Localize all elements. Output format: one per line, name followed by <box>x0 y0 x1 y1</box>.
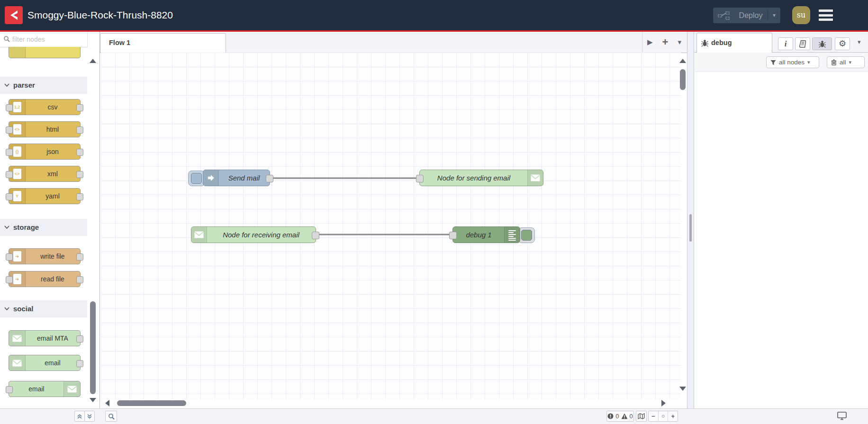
palette-category-parser[interactable]: parser <box>0 77 87 94</box>
debug-clear-button[interactable]: all ▾ <box>827 56 865 68</box>
zoom-out-button[interactable]: − <box>649 411 658 421</box>
flow-node-label: Node for receiving email <box>207 227 316 243</box>
palette-node-email[interactable]: email <box>9 381 81 397</box>
palette-filter-input[interactable] <box>11 33 85 45</box>
tab-flow-1[interactable]: Flow 1 <box>100 33 226 53</box>
palette-node-read-file[interactable]: ➔read file <box>9 271 81 287</box>
flow-status-indicator[interactable]: 0 0 <box>606 411 634 422</box>
palette-node-label: read file <box>25 271 80 287</box>
category-label: storage <box>13 219 39 236</box>
palette-category-social[interactable]: social <box>0 300 87 317</box>
main-menu-icon[interactable] <box>819 9 833 21</box>
palette-node-json[interactable]: {}json <box>9 144 81 160</box>
port-output[interactable] <box>76 104 83 111</box>
deploy-options-chevron-icon[interactable]: ▾ <box>768 10 780 20</box>
palette-node-xml[interactable]: <>xml <box>9 166 81 182</box>
canvas-scroll-down-icon[interactable] <box>679 387 686 391</box>
palette-scroll-up-icon[interactable] <box>90 59 96 63</box>
palette-node-label: csv <box>25 99 80 115</box>
tab-debug[interactable]: debug <box>696 33 772 53</box>
port-input[interactable] <box>6 171 13 178</box>
node-button-inner <box>191 173 202 184</box>
flow-node-send-mail[interactable]: Send mail <box>203 170 270 186</box>
port-input[interactable] <box>449 232 457 239</box>
palette-node-csv[interactable]: 1,2csv <box>9 99 81 115</box>
palette-node-label: html <box>25 122 80 137</box>
sidebar-separator-grip[interactable] <box>689 214 692 242</box>
collapse-all-categories-button[interactable] <box>74 411 85 422</box>
flow-list-chevron-icon[interactable]: ▾ <box>678 38 681 46</box>
canvas-vscrollbar-thumb[interactable] <box>680 69 686 90</box>
port-input[interactable] <box>6 104 13 111</box>
palette-node-label: email <box>9 381 64 397</box>
canvas-scroll-left-icon[interactable] <box>105 400 109 406</box>
port-output[interactable] <box>266 175 273 182</box>
palette-node-email-MTA[interactable]: email MTA <box>9 330 81 346</box>
palette-node-yaml[interactable]: Yyaml <box>9 188 81 204</box>
debug-toggle-button[interactable] <box>518 227 535 243</box>
flow-node-node-for-sending-email[interactable]: Node for sending email <box>419 170 543 186</box>
info-tab-button[interactable]: i <box>778 37 793 50</box>
port-output[interactable] <box>76 253 83 261</box>
palette-node-html[interactable]: <>html <box>9 121 81 137</box>
help-tab-button[interactable] <box>795 37 810 50</box>
port-output[interactable] <box>76 193 83 200</box>
palette-scroll-down-icon[interactable] <box>90 398 96 402</box>
port-input[interactable] <box>6 193 13 200</box>
deploy-icon <box>718 11 730 20</box>
bug-icon <box>701 39 709 47</box>
envelope-icon <box>191 227 207 243</box>
expand-all-categories-button[interactable] <box>84 411 95 422</box>
node-icon-region <box>9 47 26 58</box>
port-output[interactable] <box>312 232 319 239</box>
node-body: Send mail <box>203 170 270 186</box>
port-input[interactable] <box>6 276 13 283</box>
debug-filter-button[interactable]: all nodes ▾ <box>766 56 819 68</box>
search-flows-button[interactable] <box>105 411 117 422</box>
palette-scrollbar-thumb[interactable] <box>90 301 96 394</box>
port-input[interactable] <box>6 386 13 393</box>
canvas-scroll-up-icon[interactable] <box>679 59 686 63</box>
debug-sidebar: debug i ⚙ ▾ all nodes ▾ <box>695 32 868 408</box>
config-tab-button[interactable]: ⚙ <box>835 37 850 50</box>
node-body: debug 1 <box>452 226 520 243</box>
user-avatar[interactable]: su <box>792 6 810 24</box>
add-flow-icon[interactable]: + <box>662 36 669 48</box>
flow-canvas[interactable]: Send mail Node for sending email Node fo… <box>101 53 681 399</box>
port-output[interactable] <box>76 276 83 283</box>
navigator-button[interactable] <box>636 411 647 422</box>
port-output[interactable] <box>76 360 83 367</box>
debug-tab-button[interactable] <box>812 37 832 50</box>
open-debug-window-button[interactable] <box>837 411 847 423</box>
palette-node-partial[interactable] <box>9 47 81 58</box>
scroll-tabs-right-icon[interactable]: ▶ <box>647 38 653 46</box>
deploy-button[interactable]: Deploy ▾ <box>713 8 780 23</box>
port-input[interactable] <box>6 149 13 156</box>
canvas-scroll-right-icon[interactable] <box>661 400 666 406</box>
zoom-controls: − ○ + <box>648 411 678 422</box>
port-output[interactable] <box>76 126 83 134</box>
node-body: Node for sending email <box>419 170 543 186</box>
port-input[interactable] <box>416 175 424 182</box>
palette-filter-bar <box>0 32 88 47</box>
palette-node-email[interactable]: email <box>9 355 81 371</box>
envelope-icon <box>9 355 26 370</box>
port-input[interactable] <box>6 126 13 134</box>
palette-category-storage[interactable]: storage <box>0 219 87 236</box>
port-output[interactable] <box>76 149 83 156</box>
filter-funnel-icon <box>770 60 776 65</box>
port-output[interactable] <box>76 335 83 343</box>
canvas-hscrollbar-thumb[interactable] <box>117 400 186 406</box>
node-red-logo-icon <box>5 6 23 24</box>
port-output[interactable] <box>76 171 83 178</box>
error-icon <box>607 413 614 419</box>
flow-node-node-for-receiving-email[interactable]: Node for receiving email <box>191 226 316 243</box>
sidebar-menu-chevron-icon[interactable]: ▾ <box>858 38 861 45</box>
flow-node-debug-1[interactable]: debug 1 <box>452 226 520 243</box>
palette-node-write-file[interactable]: ➔write file <box>9 248 81 264</box>
flow-node-label: Node for sending email <box>420 170 528 186</box>
port-input[interactable] <box>6 253 13 261</box>
gear-icon: ⚙ <box>839 39 846 48</box>
zoom-in-button[interactable]: + <box>668 411 678 421</box>
zoom-reset-button[interactable]: ○ <box>658 411 668 421</box>
